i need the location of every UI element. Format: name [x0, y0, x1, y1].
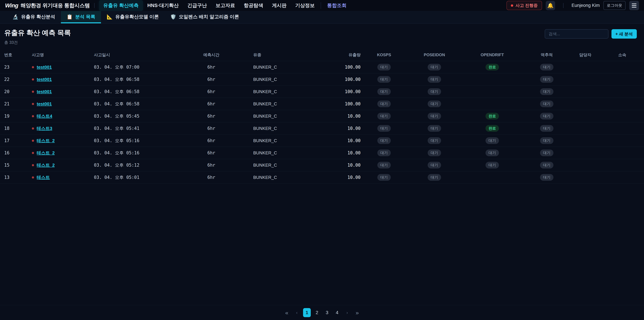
cell-opendrift-status — [461, 73, 523, 86]
incident-link[interactable]: test001 — [37, 89, 52, 94]
incident-link[interactable]: test001 — [37, 77, 52, 82]
user-divider — [563, 3, 564, 8]
notification-bell-button[interactable]: 🔔 — [546, 1, 555, 10]
status-badge: 대기 — [540, 150, 554, 156]
cell-poseidon-status: 대기 — [408, 61, 461, 73]
incident-link[interactable]: 테스트3 — [37, 126, 52, 131]
user-name: Eunjeong Kim — [572, 3, 600, 8]
pagination-last-button[interactable]: » — [353, 308, 361, 317]
incident-link[interactable]: 테스트_2 — [37, 150, 55, 156]
cell-duration: 6hr — [196, 110, 226, 122]
cell-org — [600, 110, 644, 122]
cell-org — [600, 86, 644, 98]
cell-backtrack-status: 대기 — [523, 135, 570, 147]
status-badge: 대기 — [428, 137, 441, 144]
cell-manager — [570, 110, 600, 122]
logo: Wing 해양환경 위기대응 통합시스템 — [5, 2, 90, 9]
incident-status-dot-icon — [32, 78, 34, 81]
cell-opendrift-status — [461, 86, 523, 98]
table-row: 19 테스트4 03. 04. 오후 05:45 6hr BUNKER_C 10… — [0, 110, 644, 122]
incident-link[interactable]: 테스트_2 — [37, 162, 55, 168]
page-title: 유출유 확산 예측 목록 — [4, 28, 71, 38]
cell-org — [600, 122, 644, 135]
cell-amount: 10.00 — [336, 122, 360, 135]
cell-datetime: 03. 04. 오후 05:45 — [94, 110, 196, 122]
cell-duration: 6hr — [196, 135, 226, 147]
pagination-next-button[interactable]: › — [343, 308, 351, 317]
cell-datetime: 03. 04. 오후 07:00 — [94, 61, 196, 73]
wing-logo-icon: Wing — [5, 2, 18, 9]
pagination-page-4[interactable]: 4 — [333, 308, 341, 317]
table-row: 21 test001 03. 04. 오후 06:58 6hr BUNKER_C… — [0, 98, 644, 110]
cell-poseidon-status: 대기 — [408, 98, 461, 110]
nav-item-aerial-search[interactable]: 항공탐색 — [239, 0, 268, 11]
status-badge: 대기 — [486, 162, 499, 168]
cell-opendrift-status: 대기 — [461, 135, 523, 147]
status-badge: 대기 — [540, 137, 554, 144]
tab-oil-spill-analysis[interactable]: 🔬 유출유 확산분석 — [7, 11, 61, 23]
cell-incident-name: 테스트3 — [32, 122, 94, 135]
status-badge: 대기 — [428, 113, 441, 120]
status-badge: 대기 — [540, 162, 554, 168]
hamburger-menu-button[interactable] — [629, 1, 639, 10]
cell-opendrift-status: 완료 — [461, 110, 523, 122]
cell-oil-type: BUNKER_C — [226, 61, 336, 73]
alert-dot-icon — [511, 4, 513, 7]
cell-poseidon-status: 대기 — [408, 86, 461, 98]
logout-button[interactable]: 로그아웃 — [604, 1, 626, 10]
tab-diffusion-model-theory[interactable]: 📐 유출유확산모델 이론 — [101, 11, 164, 23]
nav-divider — [321, 2, 321, 9]
incident-link[interactable]: test001 — [37, 65, 52, 70]
tab-oil-fence-algorithm-theory[interactable]: 🛡️ 오일펜스 배치 알고리즘 이론 — [164, 11, 245, 23]
status-badge: 대기 — [377, 64, 391, 71]
search-input[interactable] — [545, 29, 608, 39]
pagination-page-1[interactable]: 1 — [303, 308, 311, 317]
cell-poseidon-status: 대기 — [408, 73, 461, 86]
cell-amount: 10.00 — [336, 147, 360, 159]
status-badge: 대기 — [428, 150, 441, 156]
incident-status-dot-icon — [32, 66, 34, 68]
status-badge: 대기 — [540, 113, 554, 120]
pagination-page-2[interactable]: 2 — [313, 308, 321, 317]
nav-item-integrated-search[interactable]: 통합조회 — [323, 0, 351, 11]
status-badge: 대기 — [377, 162, 391, 168]
nav-item-weather[interactable]: 기상정보 — [291, 0, 319, 11]
cell-no: 16 — [0, 147, 32, 159]
tab-analysis-list[interactable]: 📋 분석 목록 — [61, 11, 101, 23]
nav-item-oil-spill-prediction[interactable]: 유출유 확산예측 — [99, 0, 143, 11]
tab-label: 유출유확산모델 이론 — [115, 14, 159, 20]
nav-item-hns-atmospheric[interactable]: HNS·대기확산 — [143, 0, 183, 11]
nav-item-board[interactable]: 게시판 — [268, 0, 291, 11]
main-nav: 유출유 확산예측 HNS·대기확산 긴급구난 보고자료 항공탐색 게시판 기상정… — [99, 0, 351, 11]
cell-amount: 100.00 — [336, 98, 360, 110]
cell-backtrack-status: 대기 — [523, 110, 570, 122]
incident-link[interactable]: 테스트 — [37, 175, 50, 180]
pagination-prev-button[interactable]: ‹ — [293, 308, 301, 317]
cell-amount: 10.00 — [336, 171, 360, 184]
tab-label: 분석 목록 — [75, 14, 95, 20]
col-header-poseidon: POSEIDON — [408, 51, 461, 61]
status-badge: 대기 — [377, 88, 391, 95]
status-badge: 대기 — [377, 137, 391, 144]
cell-datetime: 03. 04. 오후 05:01 — [94, 171, 196, 184]
incident-link[interactable]: test001 — [37, 101, 52, 107]
table-row: 23 test001 03. 04. 오후 07:00 6hr BUNKER_C… — [0, 61, 644, 73]
cell-manager — [570, 171, 600, 184]
cell-datetime: 03. 04. 오후 05:16 — [94, 135, 196, 147]
pagination-first-button[interactable]: « — [283, 308, 291, 317]
col-header-duration: 예측시간 — [196, 51, 226, 61]
cell-org — [600, 135, 644, 147]
incident-link[interactable]: 테스트_2 — [37, 138, 55, 144]
cell-kosps-status: 대기 — [360, 98, 408, 110]
analysis-table-body: 23 test001 03. 04. 오후 07:00 6hr BUNKER_C… — [0, 61, 644, 184]
status-badge: 대기 — [377, 174, 391, 181]
system-title: 해양환경 위기대응 통합시스템 — [21, 2, 90, 9]
nav-item-emergency-rescue[interactable]: 긴급구난 — [183, 0, 211, 11]
pagination-page-3[interactable]: 3 — [323, 308, 331, 317]
cell-backtrack-status: 대기 — [523, 159, 570, 171]
incident-link[interactable]: 테스트4 — [37, 113, 52, 119]
nav-item-reports[interactable]: 보고자료 — [211, 0, 239, 11]
incident-in-progress-badge[interactable]: 사고 진행중 — [506, 1, 542, 10]
cell-kosps-status: 대기 — [360, 159, 408, 171]
new-analysis-button[interactable]: + 새 분석 — [612, 29, 637, 39]
